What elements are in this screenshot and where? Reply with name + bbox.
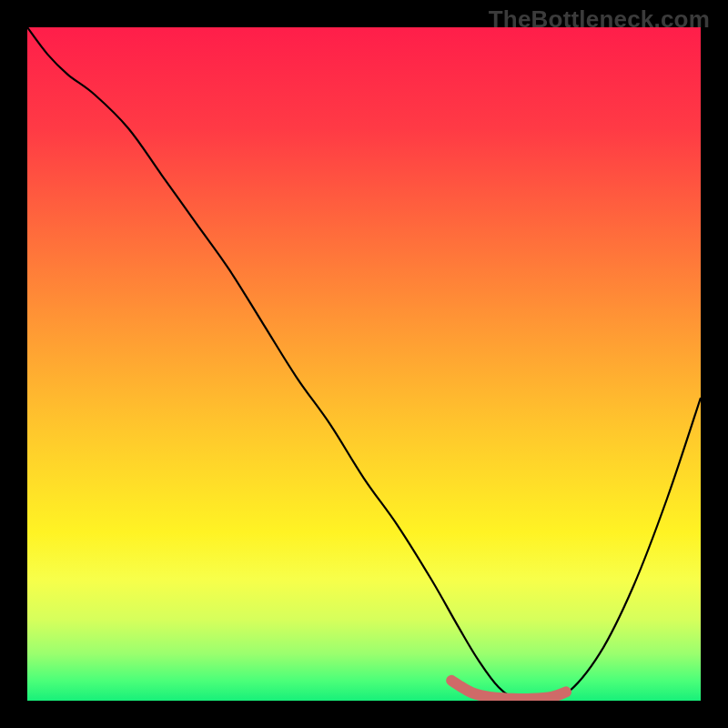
chart-frame: TheBottleneck.com — [0, 0, 728, 728]
bottleneck-chart — [27, 27, 701, 701]
